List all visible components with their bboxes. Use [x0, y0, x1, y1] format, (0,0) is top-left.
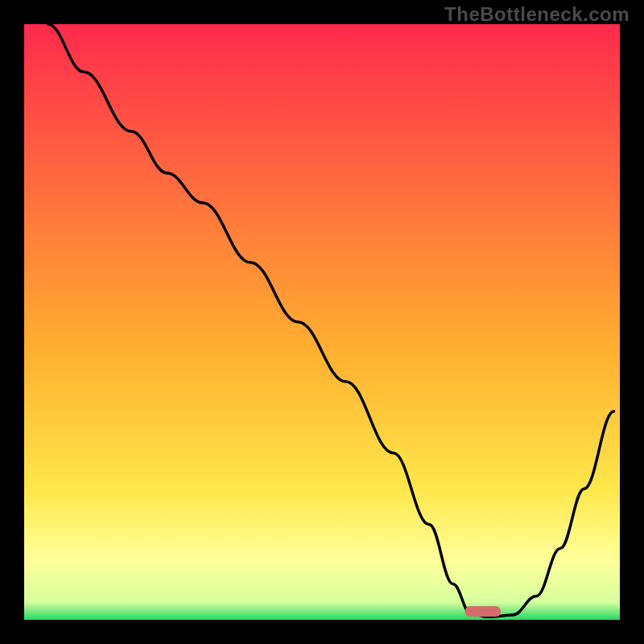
bottleneck-chart	[0, 0, 644, 644]
optimal-marker	[465, 606, 501, 617]
watermark: TheBottleneck.com	[444, 3, 630, 26]
